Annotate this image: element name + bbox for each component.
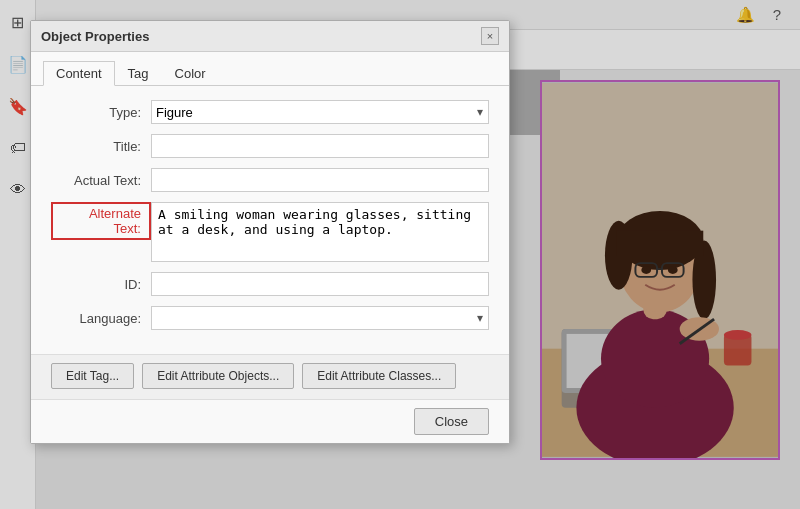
edit-attribute-classes-button[interactable]: Edit Attribute Classes... bbox=[302, 363, 456, 389]
id-input[interactable] bbox=[151, 272, 489, 296]
type-label: Type: bbox=[51, 105, 151, 120]
edit-attribute-objects-button[interactable]: Edit Attribute Objects... bbox=[142, 363, 294, 389]
alternate-text-field-row: Alternate Text: A smiling woman wearing … bbox=[51, 202, 489, 262]
title-field-row: Title: bbox=[51, 134, 489, 158]
object-properties-dialog: Object Properties × Content Tag Color Ty… bbox=[30, 20, 510, 444]
tab-color[interactable]: Color bbox=[162, 61, 219, 86]
type-field-row: Type: Figure bbox=[51, 100, 489, 124]
language-label: Language: bbox=[51, 311, 151, 326]
close-dialog-button[interactable]: Close bbox=[414, 408, 489, 435]
language-select-wrapper bbox=[151, 306, 489, 330]
dialog-titlebar: Object Properties × bbox=[31, 21, 509, 52]
alternate-text-label: Alternate Text: bbox=[51, 202, 151, 240]
tab-tag[interactable]: Tag bbox=[115, 61, 162, 86]
title-label: Title: bbox=[51, 139, 151, 154]
actual-text-label: Actual Text: bbox=[51, 173, 151, 188]
tab-content[interactable]: Content bbox=[43, 61, 115, 86]
type-select-wrapper: Figure bbox=[151, 100, 489, 124]
actual-text-input[interactable] bbox=[151, 168, 489, 192]
dialog-footer: Close bbox=[31, 399, 509, 443]
dialog-body: Type: Figure Title: Actual Text: Alterna bbox=[31, 86, 509, 354]
actual-text-field-row: Actual Text: bbox=[51, 168, 489, 192]
dialog-buttons-section: Edit Tag... Edit Attribute Objects... Ed… bbox=[31, 354, 509, 399]
dialog-title: Object Properties bbox=[41, 29, 149, 44]
modal-overlay: Object Properties × Content Tag Color Ty… bbox=[0, 0, 800, 509]
language-field-row: Language: bbox=[51, 306, 489, 330]
dialog-tabs: Content Tag Color bbox=[31, 52, 509, 86]
alternate-text-textarea[interactable]: A smiling woman wearing glasses, sitting… bbox=[151, 202, 489, 262]
dialog-close-button[interactable]: × bbox=[481, 27, 499, 45]
title-input[interactable] bbox=[151, 134, 489, 158]
edit-tag-button[interactable]: Edit Tag... bbox=[51, 363, 134, 389]
language-select[interactable] bbox=[151, 306, 489, 330]
id-label: ID: bbox=[51, 277, 151, 292]
type-select[interactable]: Figure bbox=[151, 100, 489, 124]
id-field-row: ID: bbox=[51, 272, 489, 296]
